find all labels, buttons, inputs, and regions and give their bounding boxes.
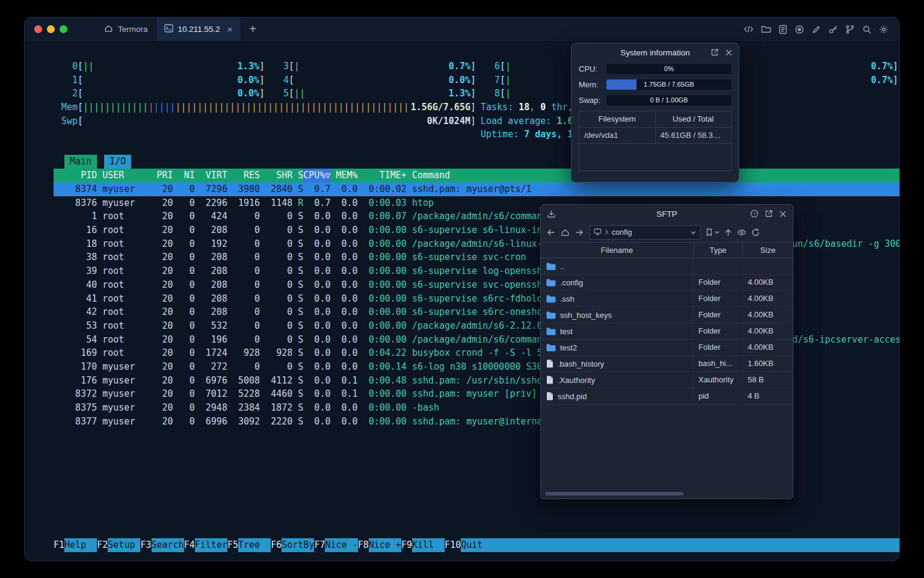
file-name: .Xauthority: [558, 376, 595, 385]
branch-icon[interactable]: [845, 25, 855, 34]
search-icon[interactable]: [862, 25, 872, 34]
new-tab-button[interactable]: +: [241, 17, 265, 41]
fkey-action-help[interactable]: Help: [64, 538, 97, 552]
file-type: Folder: [693, 340, 742, 355]
gauge-swap: Swap:0 B / 1.00GB: [579, 95, 732, 105]
fkey-f3[interactable]: F3: [140, 538, 151, 552]
close-window-button[interactable]: [34, 25, 42, 33]
folder-icon[interactable]: [761, 25, 771, 34]
file-row[interactable]: .configFolder4.00KB: [541, 275, 793, 291]
folder-icon: [546, 344, 556, 352]
path-breadcrumb[interactable]: config: [589, 225, 701, 240]
fkey-action-nice[interactable]: Nice +: [369, 538, 401, 552]
file-type: Xauthority: [693, 372, 742, 388]
gauge-mem: Mem:1.75GB / 7.65GB: [579, 79, 732, 90]
column-header-res[interactable]: RES: [227, 169, 260, 182]
process-table-header: PIDUSERPRINIVIRTRESSHRSCPU%▽MEM%TIME+Com…: [54, 169, 899, 182]
file-size: 4.00KB: [742, 323, 793, 339]
fkey-f4[interactable]: F4: [184, 538, 195, 552]
file-type: Folder: [693, 291, 742, 306]
tab-termora[interactable]: Termora: [96, 17, 156, 41]
bookmark-icon[interactable]: [706, 228, 713, 237]
parent-directory-icon[interactable]: [724, 228, 732, 237]
gauge-bar: 1.75GB / 7.65GB: [606, 79, 732, 90]
file-row[interactable]: sshd.pidpid4 B: [541, 388, 793, 405]
horizontal-scrollbar[interactable]: [545, 492, 683, 496]
key-icon[interactable]: [828, 25, 838, 34]
file-row[interactable]: testFolder4.00KB: [541, 323, 793, 340]
column-header-size[interactable]: Size: [742, 243, 793, 258]
refresh-icon[interactable]: [751, 228, 760, 237]
fkey-action-setup[interactable]: Setup: [108, 538, 140, 552]
fkey-f9[interactable]: F9: [401, 538, 412, 552]
column-header-time[interactable]: TIME+: [358, 169, 407, 182]
fkey-f1[interactable]: F1: [54, 538, 64, 552]
fkey-action-nice[interactable]: Nice -: [325, 538, 357, 552]
process-row[interactable]: 8374myuser200729639802840S0.70.00:00.02s…: [54, 182, 899, 196]
sftp-title: SFTP: [559, 210, 775, 219]
download-icon[interactable]: [547, 210, 556, 219]
file-row[interactable]: .bash_historybash_hi...1.60KB: [541, 356, 793, 372]
chevron-down-icon[interactable]: [715, 231, 719, 234]
fkey-f2[interactable]: F2: [97, 538, 108, 552]
tab-bar: Termora 10.211.55.2 × +: [25, 17, 899, 42]
column-header-cpu[interactable]: CPU%▽: [303, 169, 330, 182]
column-header-s[interactable]: S: [292, 169, 303, 182]
column-header-ni[interactable]: NI: [173, 169, 195, 182]
fkey-f7[interactable]: F7: [314, 538, 325, 552]
file-row[interactable]: test2Folder4.00KB: [541, 340, 793, 356]
filesystem-row[interactable]: /dev/vda145.61GB / 58.3…: [579, 128, 731, 144]
filesystem-table: FilesystemUsed / Total /dev/vda145.61GB …: [579, 111, 732, 171]
folder-icon: [546, 263, 556, 270]
column-header-filename[interactable]: Filename: [541, 243, 693, 258]
record-icon[interactable]: [795, 25, 804, 34]
column-header-pri[interactable]: PRI: [152, 169, 173, 182]
help-icon[interactable]: ?: [750, 210, 759, 218]
file-row[interactable]: ..: [541, 258, 793, 275]
fkey-f5[interactable]: F5: [227, 538, 238, 552]
file-size: 58 B: [742, 372, 793, 388]
column-header-shr[interactable]: SHR: [260, 169, 292, 182]
fkey-action-sortby[interactable]: SortBy: [282, 538, 314, 552]
file-name: ..: [560, 262, 564, 271]
system-info-titlebar: System information: [571, 43, 739, 61]
close-panel-icon[interactable]: [779, 210, 787, 218]
column-header-virt[interactable]: VIRT: [195, 169, 227, 182]
back-icon[interactable]: [546, 228, 556, 237]
settings-icon[interactable]: [879, 25, 889, 34]
fkey-action-search[interactable]: Search: [152, 538, 184, 552]
fkey-f10[interactable]: F10: [445, 538, 461, 552]
column-header-mem[interactable]: MEM%: [330, 169, 357, 182]
close-tab-icon[interactable]: ×: [227, 24, 233, 34]
fkey-action-quit[interactable]: Quit: [461, 538, 899, 552]
fkey-action-filter[interactable]: Filter: [195, 538, 227, 552]
open-in-window-icon[interactable]: [710, 48, 719, 57]
fkey-action-kill[interactable]: Kill: [412, 538, 445, 552]
fkey-action-tree[interactable]: Tree: [238, 538, 271, 552]
open-in-window-icon[interactable]: [765, 210, 773, 218]
minimize-window-button[interactable]: [47, 25, 55, 33]
forward-icon[interactable]: [574, 228, 584, 237]
htop-tab-io[interactable]: I/O: [104, 155, 131, 169]
file-icon: [546, 376, 553, 384]
file-row[interactable]: .XauthorityXauthority58 B: [541, 372, 793, 388]
fkey-f6[interactable]: F6: [271, 538, 282, 552]
cpu-meter-4: 4[0.0%]: [265, 73, 476, 87]
column-header-type[interactable]: Type: [693, 243, 742, 258]
gauge-cpu: CPU:0%: [579, 64, 732, 74]
file-row[interactable]: ssh_host_keysFolder4.00KB: [541, 307, 793, 323]
column-header-pid[interactable]: PID: [54, 169, 97, 182]
tab-session[interactable]: 10.211.55.2 ×: [156, 17, 241, 41]
chevron-down-icon[interactable]: [691, 228, 696, 237]
file-row[interactable]: .sshFolder4.00KB: [541, 291, 793, 307]
htop-tab-main[interactable]: Main: [64, 155, 97, 169]
code-icon[interactable]: [744, 25, 754, 34]
close-panel-icon[interactable]: [725, 49, 733, 57]
eye-icon[interactable]: [737, 229, 747, 236]
log-icon[interactable]: [778, 25, 787, 34]
fkey-f8[interactable]: F8: [358, 538, 369, 552]
zoom-window-button[interactable]: [60, 25, 67, 33]
home-icon[interactable]: [561, 228, 570, 237]
column-header-user[interactable]: USER: [97, 169, 151, 182]
edit-icon[interactable]: [812, 25, 821, 34]
